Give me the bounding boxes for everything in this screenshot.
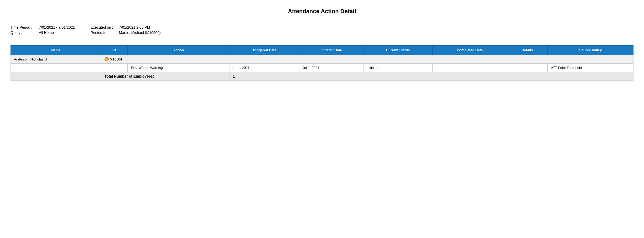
time-period-label: Time Period : bbox=[11, 25, 37, 29]
col-header-action: Action bbox=[128, 45, 230, 55]
data-triggered-date-cell: Jul 1, 2021 bbox=[230, 64, 299, 72]
meta-printed-row: Printed for : Martin, Michael (M10500) bbox=[91, 31, 161, 35]
data-details-cell bbox=[507, 64, 548, 72]
meta-query-row: Query : All Home bbox=[11, 31, 75, 35]
meta-right: Executed on : 7/01/2021 2:03 PM Printed … bbox=[91, 25, 161, 35]
data-initiated-date-cell: Jul 1, 2021 bbox=[299, 64, 363, 72]
total-count: 1 bbox=[233, 74, 235, 78]
employee-id-value: M10504 bbox=[110, 57, 122, 61]
col-header-triggered-date: Triggered Date bbox=[230, 45, 299, 55]
data-completed-date-cell bbox=[433, 64, 507, 72]
data-action-cell: First Written Warning bbox=[128, 64, 230, 72]
printed-value: Martin, Michael (M10500) bbox=[119, 31, 161, 35]
total-label: Total Number of Employees: bbox=[105, 74, 154, 78]
data-source-policy-cell: ATT Point Threshold bbox=[548, 64, 633, 72]
col-header-id: ID bbox=[101, 45, 128, 55]
time-period-value: 7/01/2021 - 7/01/2021 bbox=[39, 25, 75, 29]
col-header-current-status: Current Status bbox=[363, 45, 433, 55]
table-container: Name ID Action Triggered Date Initiated … bbox=[11, 45, 633, 81]
data-row: First Written Warning Jul 1, 2021 Jul 1,… bbox=[11, 64, 633, 72]
meta-executed-row: Executed on : 7/01/2021 2:03 PM bbox=[91, 25, 161, 29]
col-header-source-policy: Source Policy bbox=[548, 45, 633, 55]
employee-id-cell: M10504 bbox=[101, 55, 633, 64]
col-header-initiated-date: Initiated Date bbox=[299, 45, 363, 55]
main-table: Name ID Action Triggered Date Initiated … bbox=[11, 45, 633, 81]
total-empty-cell bbox=[11, 72, 101, 81]
total-row: Total Number of Employees: 1 bbox=[11, 72, 633, 81]
table-header-row: Name ID Action Triggered Date Initiated … bbox=[11, 45, 633, 55]
meta-left: Time Period : 7/01/2021 - 7/01/2021 Quer… bbox=[11, 25, 75, 35]
total-label-cell: Total Number of Employees: bbox=[101, 72, 230, 81]
employee-name-cell: Anderson, Nicholas D bbox=[11, 55, 101, 64]
printed-label: Printed for : bbox=[91, 31, 117, 35]
data-current-status-cell: Initiated bbox=[363, 64, 433, 72]
meta-time-period-row: Time Period : 7/01/2021 - 7/01/2021 bbox=[11, 25, 75, 29]
executed-label: Executed on : bbox=[91, 25, 117, 29]
data-name-cell bbox=[11, 64, 101, 72]
data-id-cell bbox=[101, 64, 128, 72]
query-label: Query : bbox=[11, 31, 37, 35]
employee-row: Anderson, Nicholas D M10504 bbox=[11, 55, 633, 64]
col-header-name: Name bbox=[11, 45, 101, 55]
page-title: Attendance Action Detail bbox=[11, 8, 633, 15]
total-count-cell: 1 bbox=[230, 72, 633, 81]
col-header-completed-date: Completed Date bbox=[433, 45, 507, 55]
meta-section: Time Period : 7/01/2021 - 7/01/2021 Quer… bbox=[11, 25, 633, 35]
executed-value: 7/01/2021 2:03 PM bbox=[119, 25, 150, 29]
col-header-details: Details bbox=[507, 45, 548, 55]
query-value: All Home bbox=[39, 31, 54, 35]
employee-status-icon bbox=[105, 57, 109, 61]
